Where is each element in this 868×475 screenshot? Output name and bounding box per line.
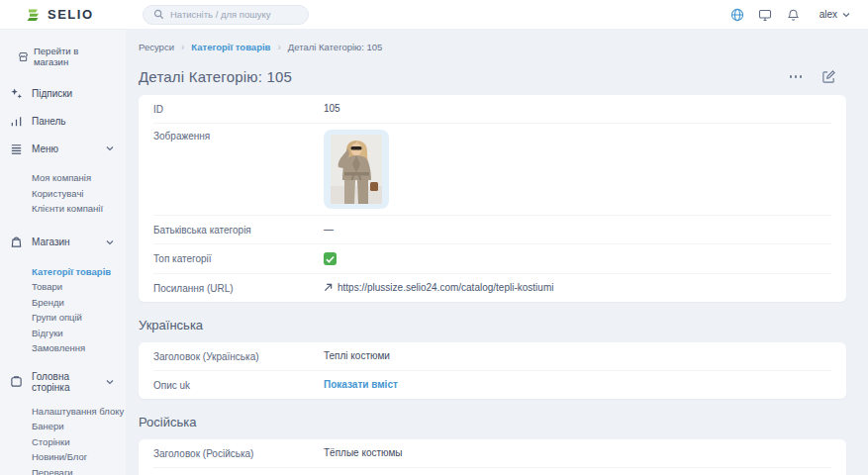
sidebar-item-go-to-store[interactable]: Перейти в магазин [10, 46, 116, 67]
ukrainian-section-card: Заголовок (Українська) Теплі костюми Опи… [139, 342, 846, 399]
sidebar-item-my-company[interactable]: Моя компанія [32, 170, 116, 186]
title-uk-value: Теплі костюми [324, 350, 390, 361]
notifications-bell-icon[interactable] [786, 7, 801, 22]
sidebar-item-option-groups[interactable]: Групи опцій [32, 310, 116, 326]
sidebar-item-news-blog[interactable]: Новини/Блог [32, 449, 116, 465]
edit-icon[interactable] [821, 69, 836, 84]
row-label: Заголовок (Російська) [153, 447, 324, 459]
row-label: Батьківська категорія [153, 224, 324, 236]
storefront-icon [18, 51, 29, 62]
table-row: Батьківська категорія — [153, 216, 831, 244]
logo-text: SELIO [48, 7, 94, 22]
table-row: Топ категорії [153, 244, 831, 274]
table-row: Заголовок (Російська) Тёплые костюмы [153, 439, 831, 468]
category-id-value: 105 [324, 103, 340, 114]
search-input[interactable] [170, 9, 298, 20]
table-row: Опис uk Показати вміст [153, 371, 831, 399]
browser-window-icon [10, 375, 23, 388]
breadcrumb-separator: › [277, 42, 280, 52]
sidebar-item-users[interactable]: Користувачі [32, 186, 116, 202]
sidebar-item-label: Панель [32, 116, 66, 127]
shopping-bag-icon [10, 236, 23, 248]
sidebar-item-advantages[interactable]: Переваги [32, 465, 116, 475]
table-row: Заголовок (Українська) Теплі костюми [153, 342, 831, 371]
parent-category-value: — [324, 224, 334, 235]
page-title: Деталі Категорію: 105 [139, 68, 292, 85]
breadcrumb-resources[interactable]: Ресурси [139, 42, 174, 52]
table-row: Опис ru Показати вміст [153, 468, 831, 475]
checkmark-icon [326, 255, 335, 263]
sidebar-item-company-clients[interactable]: Клієнти компанії [32, 201, 116, 217]
sidebar-item-products[interactable]: Товари [32, 279, 116, 295]
app-logo[interactable]: SELIO [26, 7, 129, 23]
sidebar-group-label: Магазин [32, 237, 70, 247]
sidebar-item-subscriptions[interactable]: Підписки [10, 85, 116, 101]
sparkles-icon [10, 87, 23, 100]
russian-section-card: Заголовок (Російська) Тёплые костюмы Опи… [139, 439, 846, 475]
menu-lines-icon [10, 142, 23, 155]
global-search[interactable] [143, 5, 309, 25]
table-row: Посилання (URL) https://plussize.selio24… [153, 274, 831, 302]
breadcrumb-current: Деталі Категорію: 105 [288, 42, 383, 52]
sidebar-item-brands[interactable]: Бренди [32, 295, 116, 311]
user-name: alex [820, 9, 837, 20]
sidebar: Перейти в магазин Підписки Панель Меню [0, 30, 126, 475]
language-globe-icon[interactable] [730, 7, 745, 22]
main-content: Ресурси › Категорії товарів › Деталі Кат… [126, 30, 868, 475]
more-options-icon[interactable] [788, 71, 805, 82]
sidebar-item-label: Підписки [32, 88, 72, 99]
sidebar-group-homepage[interactable]: Головна сторінка [10, 374, 116, 390]
user-menu[interactable]: alex [820, 9, 850, 20]
sidebar-item-label: Перейти в магазин [34, 46, 116, 67]
breadcrumb: Ресурси › Категорії товарів › Деталі Кат… [139, 42, 846, 52]
sidebar-item-reviews[interactable]: Відгуки [32, 326, 116, 341]
sidebar-item-block-settings[interactable]: Налаштування блоку [32, 404, 116, 420]
table-row: ID 105 [153, 95, 831, 124]
top-bar: SELIO alex [0, 0, 868, 30]
display-icon[interactable] [758, 7, 773, 22]
row-label: Топ категорії [153, 252, 324, 264]
section-title-ukrainian: Українська [139, 318, 846, 332]
sidebar-group-label: Головна сторінка [32, 371, 97, 393]
breadcrumb-separator: › [181, 42, 184, 52]
sidebar-group-store[interactable]: Магазин [10, 235, 116, 250]
sidebar-group-menu[interactable]: Меню [10, 141, 116, 156]
row-label: Опис uk [153, 379, 324, 391]
external-link-icon [324, 283, 333, 292]
sidebar-item-orders[interactable]: Замовлення [32, 340, 116, 356]
sidebar-item-product-categories[interactable]: Категорії товарів [32, 264, 116, 280]
show-content-uk-link[interactable]: Показати вміст [324, 379, 398, 390]
chevron-down-icon [106, 145, 114, 151]
row-label: ID [153, 103, 324, 115]
row-label: Заголовок (Українська) [153, 350, 324, 362]
section-title-russian: Російська [139, 415, 846, 429]
bar-chart-icon [10, 115, 23, 128]
top-category-checkbox[interactable] [324, 252, 337, 265]
sidebar-item-pages[interactable]: Сторінки [32, 434, 116, 450]
row-label: Зображення [153, 130, 324, 142]
search-icon [153, 9, 164, 20]
sidebar-item-banners[interactable]: Банери [32, 419, 116, 434]
url-text: https://plussize.selio24.com/catalog/tep… [338, 282, 553, 293]
category-details-card: ID 105 Зображення [139, 95, 846, 302]
category-image-thumbnail[interactable] [324, 130, 389, 209]
table-row: Зображення [153, 124, 831, 216]
breadcrumb-product-categories[interactable]: Категорії товарів [191, 42, 270, 52]
row-label: Посилання (URL) [153, 282, 324, 294]
title-ru-value: Тёплые костюмы [324, 447, 403, 458]
chevron-down-icon [106, 239, 114, 245]
chevron-down-icon [842, 12, 850, 18]
chevron-down-icon [106, 379, 114, 385]
sidebar-group-label: Меню [32, 143, 58, 154]
selio-logo-icon [26, 7, 42, 23]
category-photo [331, 135, 382, 204]
category-url-link[interactable]: https://plussize.selio24.com/catalog/tep… [324, 282, 553, 293]
sidebar-item-dashboard[interactable]: Панель [10, 113, 116, 129]
